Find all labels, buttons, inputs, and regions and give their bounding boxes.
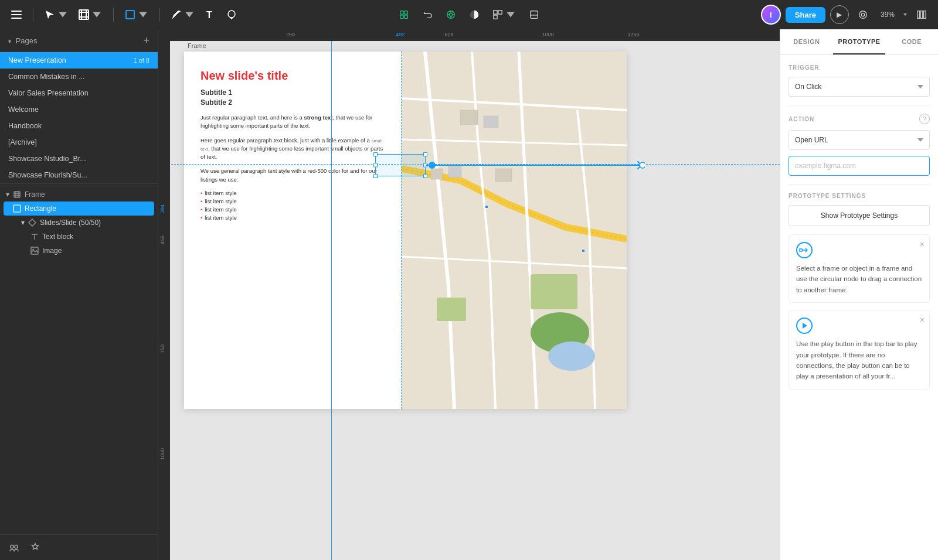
ruler-mark-1250: 1250 — [627, 32, 639, 37]
svg-point-43 — [15, 545, 18, 548]
layer-text-block[interactable]: Text block — [0, 230, 158, 244]
undo-tool-button[interactable] — [418, 6, 437, 23]
comment-tool-button[interactable] — [222, 6, 241, 23]
url-input[interactable] — [789, 156, 930, 176]
separator-3 — [159, 8, 160, 22]
menu-button[interactable] — [7, 6, 26, 23]
toolbar: T — [0, 0, 938, 29]
zoom-level-button[interactable]: 39% — [877, 8, 898, 21]
slide-frame: New slide's title Subtitle 1 Subtitle 2 … — [184, 52, 627, 409]
page-item-new-presentation[interactable]: New Presentation 1 of 8 — [0, 52, 158, 69]
action-help-icon[interactable]: ? — [919, 114, 930, 124]
canvas-area[interactable]: 250 492 628 1000 1250 394 455 750 1000 F… — [158, 29, 780, 560]
tab-code[interactable]: CODE — [885, 29, 938, 54]
pages-label: Pages — [16, 36, 38, 45]
svg-rect-0 — [11, 11, 22, 12]
page-label: New Presentation — [8, 56, 66, 64]
hint-card-connection: × Select a frame or object in a frame an… — [789, 234, 930, 303]
diamond-layer-icon — [28, 218, 36, 227]
page-item-common-mistakes[interactable]: Common Mistakes in ... — [0, 69, 158, 85]
page-item-valor[interactable]: Valor Sales Presentation — [0, 85, 158, 101]
divider-2 — [789, 184, 930, 185]
show-prototype-settings-button[interactable]: Show Prototype Settings — [789, 205, 930, 226]
image-layer-icon — [30, 247, 39, 255]
slide-para3: We use general paragraph text style with… — [200, 167, 387, 184]
slide-content-left: New slide's title Subtitle 1 Subtitle 2 … — [184, 52, 401, 409]
user-avatar[interactable]: I — [761, 5, 781, 25]
svg-rect-14 — [405, 15, 407, 18]
page-label: Welcome — [8, 105, 39, 114]
svg-marker-59 — [803, 323, 807, 329]
frame-layer-icon — [13, 190, 21, 199]
ruler-mark-394: 394 — [159, 204, 165, 213]
ruler-mark-1000: 1000 — [542, 32, 554, 37]
text-tool-button[interactable]: T — [201, 6, 220, 23]
selection-handle-br — [423, 174, 427, 178]
layer-slides-slide[interactable]: ▾ Slides/Slide (50/50) — [0, 216, 158, 230]
left-bottom-bar — [0, 534, 158, 560]
separator-2 — [113, 8, 114, 22]
layers-panel: ▾ Frame Rectangle ▾ — [0, 184, 158, 534]
svg-point-55 — [582, 249, 585, 252]
rectangle-layer-icon — [13, 204, 21, 213]
svg-rect-51 — [431, 169, 443, 179]
arrange-tool-button[interactable] — [488, 6, 520, 23]
slide-subtitle2: Subtitle 2 — [200, 98, 387, 107]
pages-arrow-icon: ▾ — [8, 38, 11, 45]
hint-close-button-1[interactable]: × — [920, 240, 925, 249]
action-dropdown[interactable]: Open URL Navigate To Overlay Scroll To — [789, 130, 930, 150]
svg-rect-3 — [79, 10, 89, 19]
tab-prototype[interactable]: PROTOTYPE — [833, 29, 886, 54]
hint-text-connection: Select a frame or object in a frame and … — [796, 263, 922, 295]
svg-rect-1 — [11, 14, 22, 15]
plugins-icon-button[interactable] — [27, 539, 43, 556]
svg-text:T: T — [206, 10, 212, 20]
layer-rectangle[interactable]: Rectangle — [4, 202, 154, 216]
left-panel: ▾ Pages + New Presentation 1 of 8 Common… — [0, 29, 158, 560]
pages-section-toggle[interactable]: ▾ Pages — [8, 36, 38, 45]
component-tool-button[interactable] — [395, 6, 413, 23]
add-page-button[interactable]: + — [143, 35, 149, 46]
page-item-welcome[interactable]: Welcome — [0, 101, 158, 118]
shape-tool-button[interactable] — [121, 6, 152, 23]
ruler-mark-628: 628 — [444, 32, 453, 37]
svg-rect-30 — [920, 11, 923, 19]
share-button[interactable]: Share — [786, 7, 825, 23]
page-item-handbook[interactable]: Handbook — [0, 118, 158, 134]
library-button[interactable] — [912, 6, 931, 23]
page-item-nstudio[interactable]: Showcase Nstudio_Br... — [0, 151, 158, 167]
connection-line — [426, 165, 637, 166]
right-panel-tabs: DESIGN PROTOTYPE CODE — [780, 29, 938, 55]
trigger-dropdown[interactable]: On Click On Hover On Press While Hoverin… — [789, 77, 930, 97]
page-item-archive[interactable]: [Archive] — [0, 134, 158, 151]
fill-tool-button[interactable] — [465, 6, 484, 23]
layer-rectangle-label: Rectangle — [25, 204, 56, 213]
svg-point-21 — [470, 11, 478, 19]
hint-close-button-2[interactable]: × — [920, 315, 925, 325]
preview-button[interactable] — [854, 6, 872, 23]
layer-frame-header[interactable]: ▾ Frame — [0, 187, 158, 202]
hint-play-icon — [796, 317, 813, 334]
hint-card-play: × Use the play button in the top bar to … — [789, 310, 930, 390]
community-icon-button[interactable] — [6, 539, 22, 556]
svg-rect-22 — [494, 11, 497, 14]
svg-point-27 — [859, 11, 867, 19]
action-label: ACTION — [789, 116, 814, 122]
page-item-flourish[interactable]: Showcase Flourish/Su... — [0, 167, 158, 183]
frame-tool-button[interactable] — [74, 6, 106, 23]
plugins-tool-button[interactable] — [441, 6, 460, 23]
layer-image[interactable]: Image — [0, 244, 158, 258]
trigger-section: TRIGGER On Click On Hover On Press While… — [789, 64, 930, 97]
tab-design[interactable]: DESIGN — [780, 29, 833, 54]
play-prototype-button[interactable]: ▶ — [830, 5, 849, 24]
svg-rect-2 — [11, 18, 22, 19]
separator-1 — [33, 8, 33, 22]
svg-rect-50 — [484, 116, 498, 128]
slide-list-item: •list item style — [200, 198, 387, 204]
page-label: Handbook — [8, 122, 42, 130]
page-label: [Archive] — [8, 138, 37, 146]
layer-textblock-label: Text block — [42, 233, 73, 241]
move-tool-button[interactable] — [40, 6, 72, 23]
pen-tool-button[interactable] — [167, 6, 199, 23]
mask-tool-button[interactable] — [525, 6, 543, 23]
